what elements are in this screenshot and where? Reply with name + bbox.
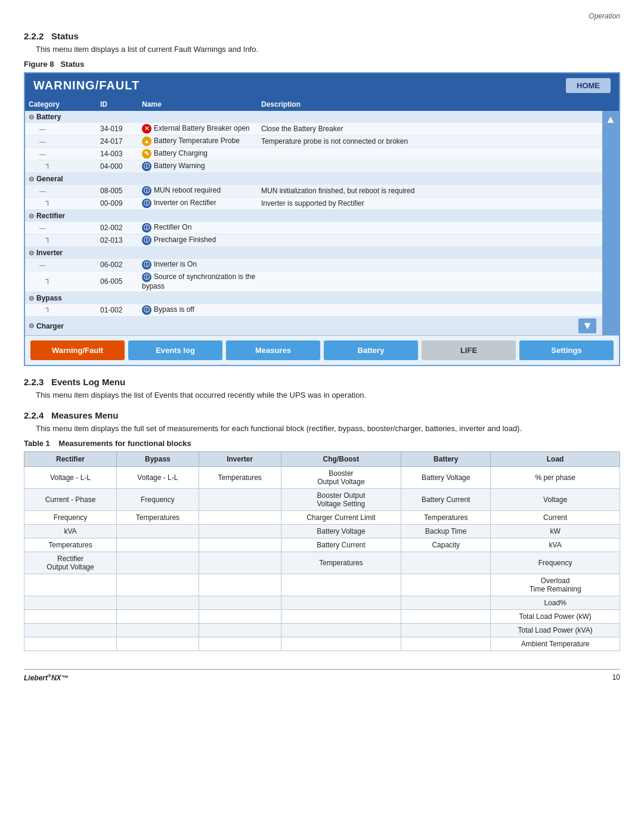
cell: Temperatures [117, 511, 199, 525]
cell: Current [491, 511, 620, 525]
cell: kVA [24, 525, 117, 538]
table-1-label: Table 1 Measurements for functional bloc… [24, 439, 620, 448]
col-description: Description [261, 100, 599, 109]
cell: OverloadTime Remaining [491, 574, 620, 596]
item-desc: MUN initialization finished, but reboot … [261, 187, 615, 195]
category-general: ⊝ General [25, 173, 619, 185]
table-row: OverloadTime Remaining [24, 574, 620, 596]
cell: Total Load Power (kVA) [491, 624, 620, 637]
item-id: 02-013 [100, 236, 142, 244]
table-row: Total Load Power (kW) [24, 610, 620, 624]
category-inverter: ⊝ Inverter [25, 247, 619, 259]
figure-8-label: Figure 8 Status [24, 60, 620, 69]
cell: Frequency [491, 552, 620, 574]
section-224: 2.2.4 Measures Menu This menu item displ… [24, 410, 620, 651]
cell [117, 624, 199, 637]
section-223-number: 2.2.3 [24, 377, 44, 387]
category-general-label: General [36, 175, 63, 183]
table-row: Ambient Temperature [24, 637, 620, 651]
cell: Battery Current [401, 489, 491, 511]
info-icon: ⓘ [142, 272, 151, 282]
wf-header: WARNING/FAULT HOME [25, 73, 619, 98]
table-row: ⅂ 01-002 ⓘBypass is off [25, 304, 619, 317]
section-224-title: Measures Menu [51, 410, 119, 420]
col-chg-boost: Chg/Boost [281, 452, 401, 467]
cell: Frequency [117, 489, 199, 511]
cell [199, 596, 281, 610]
cell: Load% [491, 596, 620, 610]
item-id: 34-019 [100, 125, 142, 133]
table-row: kVA Battery Voltage Backup Time kW [24, 525, 620, 538]
item-id: 01-002 [100, 306, 142, 314]
table-row: ⅂ 00-009 ⓘInverter on Rectifier Inverter… [25, 197, 619, 210]
cell [199, 637, 281, 651]
category-bypass-label: Bypass [36, 294, 62, 302]
footer-page-number: 10 [612, 673, 620, 682]
cell [117, 574, 199, 596]
section-222-number: 2.2.2 [24, 31, 44, 41]
table-row: Frequency Temperatures Charger Current L… [24, 511, 620, 525]
table-row: Load% [24, 596, 620, 610]
wf-body: ▲ ⊝ Battery — 34-019 ✕External Battery B… [25, 111, 619, 335]
error-icon: ✕ [142, 124, 151, 134]
item-desc: Close the Battery Breaker [261, 125, 615, 133]
warn2-icon: ✎ [142, 149, 151, 159]
table-row: — 08-005 ⓘMUN reboot required MUN initia… [25, 185, 619, 197]
col-bypass: Bypass [117, 452, 199, 467]
table-row: ⅂ 06-005 ⓘSource of synchronization is t… [25, 271, 619, 292]
cell [281, 624, 401, 637]
table-row: RectifierOutput Voltage Temperatures Fre… [24, 552, 620, 574]
nav-measures[interactable]: Measures [226, 340, 320, 360]
item-id: 06-005 [100, 277, 142, 286]
col-battery: Battery [401, 452, 491, 467]
scroll-up-button[interactable]: ▲ [605, 111, 616, 128]
cell: % per phase [491, 467, 620, 489]
cell: BoosterOutput Voltage [281, 467, 401, 489]
section-223-desc: This menu item displays the list of Even… [36, 391, 620, 400]
section-224-desc: This menu item displays the full set of … [36, 424, 620, 433]
cell [117, 525, 199, 538]
cell [281, 596, 401, 610]
item-id: 00-009 [100, 199, 142, 208]
cell [117, 637, 199, 651]
nav-settings[interactable]: Settings [519, 340, 614, 360]
warn-icon: ▲ [142, 137, 151, 146]
cell [401, 596, 491, 610]
cell: Frequency [24, 511, 117, 525]
nav-events-log[interactable]: Events log [128, 340, 222, 360]
section-222: 2.2.2 Status This menu item displays a l… [24, 31, 620, 366]
category-rectifier-label: Rectifier [36, 212, 65, 220]
table-row: — 02-002 ⓘRectifier On [25, 222, 619, 234]
item-desc: Inverter is supported by Rectifier [261, 199, 615, 208]
cell [24, 596, 117, 610]
cell: Battery Voltage [281, 525, 401, 538]
cell [199, 574, 281, 596]
cell: Booster OutputVoltage Setting [281, 489, 401, 511]
cell: Battery Current [281, 538, 401, 552]
cell: Voltage [491, 489, 620, 511]
cell [199, 538, 281, 552]
cell: Current - Phase [24, 489, 117, 511]
cell: Backup Time [401, 525, 491, 538]
category-charger-label: Charger [36, 322, 64, 330]
item-id: 24-017 [100, 137, 142, 145]
info-icon: ⓘ [142, 305, 151, 315]
cell [24, 574, 117, 596]
home-button[interactable]: HOME [566, 78, 611, 93]
section-222-desc: This menu item displays a list of curren… [36, 45, 620, 54]
info-icon: ⓘ [142, 162, 151, 171]
table-row: Temperatures Battery Current Capacity kV… [24, 538, 620, 552]
category-battery-label: Battery [36, 113, 61, 121]
nav-life[interactable]: LIFE [422, 340, 516, 360]
measurements-table: Rectifier Bypass Inverter Chg/Boost Batt… [24, 451, 620, 651]
section-224-number: 2.2.4 [24, 410, 44, 420]
table-row: — 14-003 ✎Battery Charging [25, 148, 619, 160]
scroll-down-button[interactable]: ▼ [578, 318, 596, 333]
cell [281, 610, 401, 624]
cell [117, 538, 199, 552]
table-row: — 06-002 ⓘInverter is On [25, 259, 619, 271]
nav-battery[interactable]: Battery [324, 340, 418, 360]
table-row: ⅂ 02-013 ⓘPrecharge Finished [25, 234, 619, 247]
nav-warning-fault[interactable]: Warning/Fault [30, 340, 125, 360]
cell [24, 637, 117, 651]
